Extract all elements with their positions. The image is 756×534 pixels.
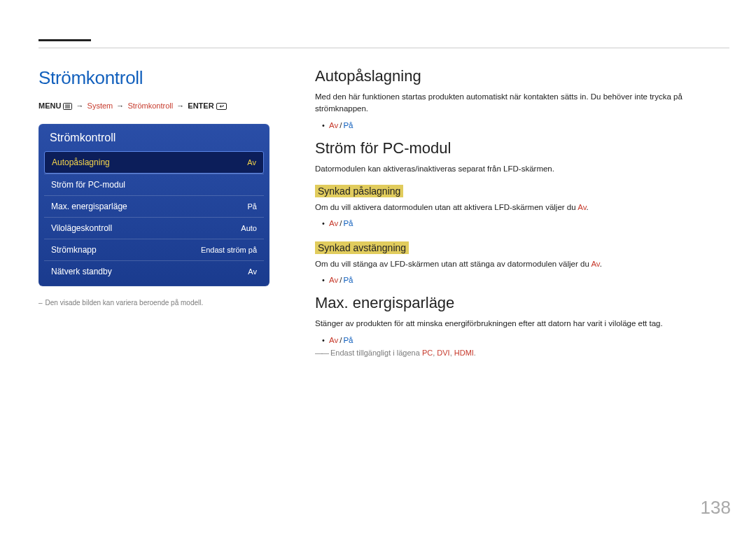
- breadcrumb-enter: ENTER: [188, 101, 214, 110]
- desc-pc-module: Datormodulen kan aktiveras/inaktiveras s…: [315, 163, 735, 175]
- section-max-energy: Max. energisparläge Stänger av produkten…: [315, 294, 735, 356]
- left-column: Strömkontroll MENU → System → Strömkontr…: [38, 67, 270, 307]
- osd-body: Autopåslagning Av Ström för PC-modul Max…: [44, 151, 264, 282]
- menu-icon: [63, 103, 72, 111]
- osd-row-label: Vilolägeskontroll: [51, 223, 112, 233]
- breadcrumb: MENU → System → Strömkontroll → ENTER: [38, 101, 270, 111]
- h3-synced-on: Synkad påslagning: [315, 185, 403, 197]
- osd-row-auto-on[interactable]: Autopåslagning Av: [44, 151, 264, 174]
- option-on: På: [343, 336, 353, 344]
- top-divider: [38, 48, 729, 48]
- page-number: 138: [701, 497, 731, 519]
- option-off: Av: [329, 219, 338, 227]
- osd-row-label: Ström för PC-modul: [51, 180, 125, 190]
- osd-row-pc-module[interactable]: Ström för PC-modul: [44, 174, 264, 195]
- footnote-modes: ――Endast tillgängligt i lägena PC, DVI, …: [315, 349, 735, 357]
- h2-max-energy: Max. energisparläge: [315, 294, 735, 312]
- osd-row-max-energy[interactable]: Max. energisparläge På: [44, 195, 264, 217]
- text-fragment: Om du vill stänga av LFD-skärmen utan at…: [315, 260, 591, 268]
- h2-auto-on: Autopåslagning: [315, 67, 735, 85]
- arrow-icon: →: [115, 101, 125, 110]
- breadcrumb-power: Strömkontroll: [127, 101, 173, 110]
- osd-row-label: Max. energisparläge: [51, 202, 127, 211]
- breadcrumb-menu: MENU: [38, 101, 61, 110]
- mode-dvi: DVI: [437, 349, 449, 357]
- option-off: Av: [329, 276, 338, 284]
- osd-row-value: Auto: [241, 224, 257, 232]
- desc-auto-on: Med den här funktionen startas produkten…: [315, 91, 735, 115]
- options-synced-off: Av/På: [329, 276, 735, 284]
- osd-title: Strömkontroll: [38, 124, 270, 151]
- arrow-icon: →: [175, 101, 186, 110]
- section-pc-module: Ström för PC-modul Datormodulen kan akti…: [315, 139, 735, 285]
- option-on: På: [343, 121, 353, 129]
- osd-row-value: På: [248, 202, 257, 211]
- section-auto-on: Autopåslagning Med den här funktionen st…: [315, 67, 735, 129]
- options-auto-on: Av/På: [329, 121, 735, 129]
- options-synced-on: Av/På: [329, 219, 735, 227]
- h2-pc-module: Ström för PC-modul: [315, 139, 735, 157]
- osd-row-label: Nätverk standby: [51, 267, 112, 276]
- option-off: Av: [329, 336, 338, 344]
- hl-value: Av: [591, 260, 599, 268]
- osd-row-value: Av: [248, 267, 257, 276]
- text-fragment: Endast tillgängligt i lägena: [330, 349, 422, 357]
- arrow-icon: →: [75, 101, 85, 110]
- options-max-energy: Av/På: [329, 336, 735, 344]
- osd-row-label: Autopåslagning: [52, 157, 110, 167]
- mode-pc: PC: [422, 349, 433, 357]
- option-off: Av: [329, 121, 338, 129]
- osd-row-network-standby[interactable]: Nätverk standby Av: [44, 260, 264, 282]
- osd-panel: Strömkontroll Autopåslagning Av Ström fö…: [38, 124, 270, 286]
- left-footnote: –Den visade bilden kan variera beroende …: [38, 299, 270, 307]
- osd-row-value: Endast ström på: [201, 246, 257, 254]
- desc-synced-off: Om du vill stänga av LFD-skärmen utan at…: [315, 258, 735, 270]
- chapter-tab-marker: [38, 39, 91, 41]
- text-fragment: Om du vill aktivera datormodulen utan at…: [315, 203, 578, 211]
- osd-row-label: Strömknapp: [51, 245, 97, 255]
- text-fragment: .: [474, 349, 476, 357]
- hl-value: Av: [578, 203, 586, 211]
- osd-row-power-button[interactable]: Strömknapp Endast ström på: [44, 239, 264, 260]
- text-fragment: .: [587, 203, 589, 211]
- osd-row-standby[interactable]: Vilolägeskontroll Auto: [44, 217, 264, 239]
- text-fragment: .: [600, 260, 602, 268]
- osd-row-value: Av: [247, 158, 256, 167]
- option-on: På: [343, 219, 353, 227]
- section-title: Strömkontroll: [38, 67, 270, 89]
- option-on: På: [343, 276, 353, 284]
- footnote-text: Den visade bilden kan variera beroende p…: [46, 299, 204, 307]
- desc-synced-on: Om du vill aktivera datormodulen utan at…: [315, 202, 735, 213]
- enter-icon: [216, 103, 227, 111]
- right-column: Autopåslagning Med den här funktionen st…: [315, 67, 735, 361]
- breadcrumb-system: System: [88, 101, 113, 110]
- desc-max-energy: Stänger av produkten för att minska ener…: [315, 318, 735, 330]
- h3-synced-off: Synkad avstängning: [315, 241, 409, 254]
- mode-hdmi: HDMI: [454, 349, 474, 357]
